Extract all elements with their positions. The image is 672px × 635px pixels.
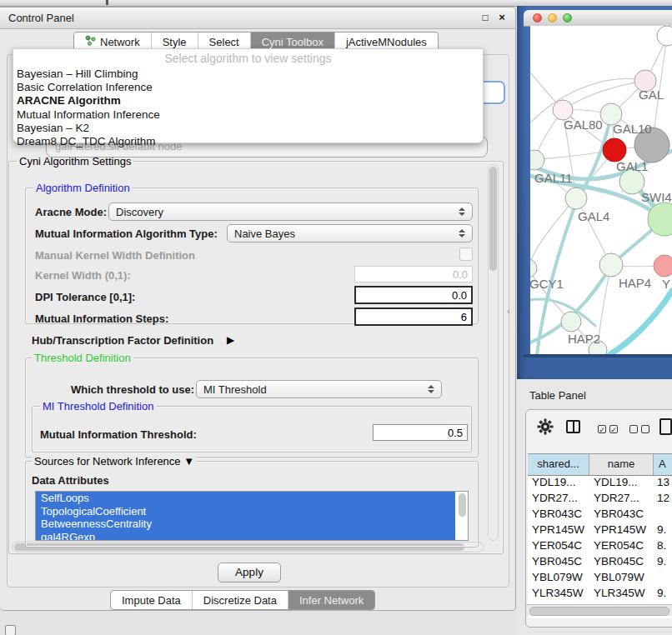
table-row[interactable]: YBL079W YBL079W — [528, 571, 672, 587]
expand-right-icon[interactable]: ▶ — [227, 334, 234, 346]
table-row[interactable]: YDR27... YDR27... 12 — [528, 492, 672, 508]
screen: Control Panel □ × Network Styl — [0, 0, 672, 635]
tab-discretize-data[interactable]: Discretize Data — [192, 591, 288, 609]
algorithm-definition-title: Algorithm Definition — [33, 182, 133, 194]
list-item[interactable]: gal4RGexp — [36, 531, 455, 542]
settings-vertical-scrollbar[interactable] — [488, 164, 499, 541]
algorithm-option[interactable]: Bayesian – Hill Climbing — [13, 68, 483, 81]
list-item[interactable]: SelfLoops — [36, 492, 455, 505]
threshold-definition-title: Threshold Definition — [32, 352, 133, 364]
node-label: GAL — [639, 88, 664, 102]
node-gal1-red[interactable] — [603, 138, 626, 162]
network-window-titlebar[interactable] — [524, 10, 672, 27]
settings-vertical-scrollbar-thumb[interactable] — [489, 167, 497, 271]
algorithm-placeholder: Select algorithm to view settings — [13, 52, 483, 68]
close-icon[interactable]: × — [495, 11, 509, 24]
manual-kernel-checkbox[interactable] — [459, 248, 473, 261]
tab-network-label: Network — [100, 36, 140, 48]
dpi-tolerance-field[interactable] — [354, 286, 473, 304]
float-window-icon[interactable]: □ — [479, 11, 492, 24]
aracne-mode-combobox[interactable]: Discovery — [108, 202, 473, 221]
columns-icon[interactable] — [566, 420, 580, 433]
new-table-icon[interactable] — [659, 418, 672, 435]
which-threshold-combobox[interactable]: MI Threshold — [196, 380, 442, 398]
list-item[interactable]: TopologicalCoefficient — [36, 505, 455, 518]
network-graph: GAL80 GAL10 GAL1 GAL11 SWI4 GAL4 GCY1 HA… — [530, 26, 672, 354]
tab-impute-data[interactable]: Impute Data — [111, 591, 192, 609]
table-panel: Table Panel — [517, 379, 672, 635]
mac-close-button[interactable] — [533, 13, 542, 22]
table-row[interactable]: YPR145W YPR145W 9. — [528, 523, 672, 539]
network-desktop: GAL80 GAL10 GAL1 GAL11 SWI4 GAL4 GCY1 HA… — [517, 6, 672, 379]
node[interactable] — [657, 26, 672, 46]
node-label: GAL1 — [616, 159, 648, 173]
control-panel-title: Control Panel — [8, 12, 74, 24]
deselect-all-icon[interactable] — [629, 425, 638, 433]
mi-steps-field[interactable] — [354, 308, 473, 326]
deselect-all-icon[interactable] — [641, 425, 649, 433]
mi-algorithm-type-label: Mutual Information Algorithm Type: — [35, 228, 218, 240]
node-gcy1[interactable] — [530, 259, 537, 278]
gear-icon[interactable] — [537, 418, 554, 438]
table-row[interactable]: YBR045C YBR045C 9. — [528, 555, 672, 571]
combo-spinner-icon — [454, 208, 465, 216]
mi-algorithm-type-combobox[interactable]: Naive Bayes — [227, 224, 473, 242]
node-label: HAP4 — [619, 276, 651, 290]
node-gal11[interactable] — [530, 150, 544, 170]
tab-infer-network[interactable]: Infer Network — [288, 591, 374, 609]
panel-resize-hint[interactable]: ‹ — [507, 306, 510, 316]
dpi-tolerance-label: DPI Tolerance [0,1]: — [35, 291, 135, 303]
table-horizontal-scrollbar-thumb[interactable] — [529, 607, 669, 616]
sources-group-title: Sources for Network Inference ▼ — [32, 455, 197, 468]
table-horizontal-scrollbar[interactable] — [526, 604, 672, 616]
node-salmon[interactable] — [654, 255, 672, 277]
select-all-icon[interactable]: ✓ — [598, 425, 606, 433]
node-hap4[interactable] — [599, 253, 623, 277]
node-label: GAL4 — [578, 209, 609, 223]
which-threshold-label: Which threshold to use: — [71, 383, 194, 396]
table-row[interactable]: YDL19... YDL19... 13 — [528, 476, 672, 492]
node-table: shared... name A YDL19... YDL19... 13 YD… — [528, 453, 672, 618]
table-row[interactable]: YER054C YER054C 8. — [528, 539, 672, 555]
node-hap2[interactable] — [561, 312, 581, 332]
hub-definition-label: Hub/Transcription Factor Definition — [32, 334, 213, 347]
bottom-tabbar: Impute Data Discretize Data Infer Networ… — [110, 590, 375, 610]
kernel-width-label: Kernel Width (0,1): — [35, 269, 131, 282]
network-canvas[interactable]: GAL80 GAL10 GAL1 GAL11 SWI4 GAL4 GCY1 HA… — [530, 26, 672, 354]
mac-zoom-button[interactable] — [563, 13, 572, 22]
control-panel-window: Control Panel □ × Network Styl — [0, 7, 516, 611]
column-header-shared-name[interactable]: shared... — [528, 454, 589, 475]
mi-steps-label: Mutual Information Steps: — [35, 312, 168, 325]
node-gal4[interactable] — [565, 188, 587, 209]
combo-spinner-icon — [454, 229, 465, 238]
algorithm-option[interactable]: Dream8 DC_TDC Algorithm — [13, 135, 483, 148]
data-attributes-label: Data Attributes — [32, 474, 109, 487]
list-item[interactable]: BetweennessCentrality — [36, 518, 455, 531]
column-header-name[interactable]: name — [589, 454, 654, 475]
algorithm-option-selected[interactable]: ARACNE Algorithm — [13, 94, 483, 108]
node-label: HAP2 — [568, 332, 600, 346]
kernel-width-field[interactable] — [354, 266, 473, 282]
table-panel-title: Table Panel — [529, 389, 586, 402]
table-panel-card: ✓ ✓ shared... name A YDL19... YDL19... 1… — [525, 409, 672, 628]
table-row[interactable]: YLR345W YLR345W 9. — [528, 587, 672, 602]
node-label: Y — [662, 277, 670, 291]
mi-threshold-field[interactable] — [373, 424, 468, 441]
apply-button[interactable]: Apply — [218, 562, 281, 582]
table-row[interactable]: YBR043C YBR043C — [528, 508, 672, 523]
combo-spinner-icon — [423, 385, 434, 393]
select-all-icon[interactable]: ✓ — [609, 425, 618, 433]
node-label: GAL11 — [534, 171, 573, 185]
algorithm-dropdown-popup: Select algorithm to view settings Bayesi… — [13, 48, 484, 143]
node-label: GAL10 — [613, 122, 652, 136]
list-scrollbar-thumb[interactable] — [459, 493, 466, 517]
collapse-down-icon[interactable]: ▼ — [183, 455, 194, 468]
node-label: SWI4 — [641, 190, 672, 204]
algorithm-option[interactable]: Basic Correlation Inference — [13, 81, 483, 94]
aracne-mode-label: Aracne Mode: — [35, 206, 107, 218]
algorithm-option[interactable]: Bayesian – K2 — [13, 122, 483, 135]
panel-dock-icon[interactable] — [5, 625, 16, 635]
algorithm-option[interactable]: Mutual Information Inference — [13, 108, 483, 122]
column-header-clipped[interactable]: A — [654, 454, 672, 475]
mac-minimize-button[interactable] — [548, 13, 557, 22]
